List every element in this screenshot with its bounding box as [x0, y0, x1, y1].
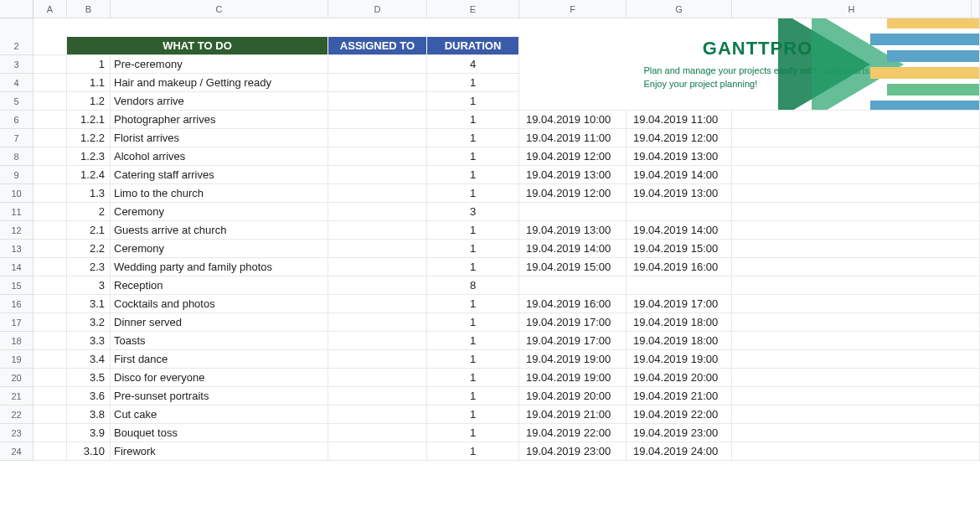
row-header-3[interactable]: 3 [0, 55, 34, 74]
duration[interactable]: 1 [427, 129, 519, 147]
duration[interactable]: 1 [427, 166, 519, 184]
assigned-to[interactable] [328, 332, 427, 350]
assigned-to[interactable] [328, 92, 427, 111]
row-header-13[interactable]: 13 [0, 240, 34, 258]
col-header-D[interactable]: D [328, 0, 427, 18]
duration[interactable]: 4 [427, 55, 519, 74]
start-date[interactable]: 19.04.2019 12:00 [519, 184, 627, 203]
cell-a8[interactable] [34, 147, 67, 166]
row-header-4[interactable]: 4 [0, 74, 34, 92]
task-number[interactable]: 2 [67, 203, 111, 221]
task-name[interactable]: Dinner served [111, 313, 328, 332]
assigned-to[interactable] [328, 442, 427, 461]
task-name[interactable]: Cut cake [111, 405, 328, 424]
duration[interactable]: 1 [427, 111, 519, 129]
assigned-to[interactable] [328, 276, 427, 295]
cell-a2[interactable] [34, 37, 67, 55]
end-date[interactable]: 19.04.2019 14:00 [627, 221, 732, 240]
end-date[interactable]: 19.04.2019 13:00 [627, 184, 732, 203]
row-header-15[interactable]: 15 [0, 276, 34, 295]
cell-a23[interactable] [34, 424, 67, 442]
assigned-to[interactable] [328, 166, 427, 184]
end-date[interactable]: 19.04.2019 19:00 [627, 350, 732, 369]
comments[interactable] [732, 387, 980, 405]
task-number[interactable]: 2.2 [67, 240, 111, 258]
assigned-to[interactable] [328, 350, 427, 369]
row-header-11[interactable]: 11 [0, 203, 34, 221]
comments[interactable] [732, 111, 980, 129]
start-date[interactable]: 19.04.2019 14:00 [519, 240, 627, 258]
cell-a15[interactable] [34, 276, 67, 295]
start-date[interactable]: 19.04.2019 19:00 [519, 350, 627, 369]
comments[interactable] [732, 442, 980, 461]
task-name[interactable]: Pre-sunset portraits [111, 387, 328, 405]
row-header-10[interactable]: 10 [0, 184, 34, 203]
cell-a13[interactable] [34, 240, 67, 258]
assigned-to[interactable] [328, 129, 427, 147]
col-header-E[interactable]: E [427, 0, 519, 18]
duration[interactable]: 3 [427, 203, 519, 221]
assigned-to[interactable] [328, 147, 427, 166]
start-date[interactable]: 19.04.2019 20:00 [519, 387, 627, 405]
comments[interactable] [732, 424, 980, 442]
assigned-to[interactable] [328, 405, 427, 424]
task-number[interactable]: 2.1 [67, 221, 111, 240]
cell-a17[interactable] [34, 313, 67, 332]
end-date[interactable]: 19.04.2019 17:00 [627, 295, 732, 313]
start-date[interactable]: 19.04.2019 12:00 [519, 147, 627, 166]
task-number[interactable]: 3.8 [67, 405, 111, 424]
row-header-8[interactable]: 8 [0, 147, 34, 166]
col-header-G[interactable]: G [627, 0, 732, 18]
task-name[interactable]: Reception [111, 276, 328, 295]
start-date[interactable]: 19.04.2019 17:00 [519, 332, 627, 350]
task-number[interactable]: 1.2.4 [67, 166, 111, 184]
task-number[interactable]: 1.2.2 [67, 129, 111, 147]
duration[interactable]: 1 [427, 442, 519, 461]
cell-a20[interactable] [34, 369, 67, 387]
task-number[interactable]: 1.2.1 [67, 111, 111, 129]
task-name[interactable]: Toasts [111, 332, 328, 350]
task-name[interactable]: Bouquet toss [111, 424, 328, 442]
cell-a7[interactable] [34, 129, 67, 147]
task-number[interactable]: 1.2 [67, 92, 111, 111]
comments[interactable] [732, 350, 980, 369]
task-name[interactable]: Pre-ceremony [111, 55, 328, 74]
task-number[interactable]: 3.5 [67, 369, 111, 387]
row-header-16[interactable]: 16 [0, 295, 34, 313]
end-date[interactable]: 19.04.2019 13:00 [627, 147, 732, 166]
end-date[interactable]: 19.04.2019 23:00 [627, 424, 732, 442]
task-name[interactable]: Cocktails and photos [111, 295, 328, 313]
duration[interactable]: 1 [427, 184, 519, 203]
task-name[interactable]: Catering staff arrives [111, 166, 328, 184]
comments[interactable] [732, 258, 980, 276]
task-name[interactable]: Vendors arrive [111, 92, 328, 111]
assigned-to[interactable] [328, 240, 427, 258]
cell-a4[interactable] [34, 74, 67, 92]
duration[interactable]: 1 [427, 405, 519, 424]
comments[interactable] [732, 184, 980, 203]
duration[interactable]: 1 [427, 350, 519, 369]
end-date[interactable] [627, 203, 732, 221]
duration[interactable]: 1 [427, 147, 519, 166]
end-date[interactable] [627, 276, 732, 295]
end-date[interactable]: 19.04.2019 20:00 [627, 369, 732, 387]
col-header-C[interactable]: C [111, 0, 328, 18]
duration[interactable]: 8 [427, 276, 519, 295]
spreadsheet-grid[interactable]: ABCDEFGH1WEDDING DAY TIMELINE TEMPLATEGA… [0, 0, 980, 461]
start-date[interactable]: 19.04.2019 13:00 [519, 221, 627, 240]
cell-a12[interactable] [34, 221, 67, 240]
task-number[interactable]: 3.3 [67, 332, 111, 350]
comments[interactable] [732, 240, 980, 258]
row-header-20[interactable]: 20 [0, 369, 34, 387]
end-date[interactable]: 19.04.2019 14:00 [627, 166, 732, 184]
row-header-14[interactable]: 14 [0, 258, 34, 276]
duration[interactable]: 1 [427, 313, 519, 332]
comments[interactable] [732, 313, 980, 332]
task-name[interactable]: Firework [111, 442, 328, 461]
row-header-21[interactable]: 21 [0, 387, 34, 405]
cell-a5[interactable] [34, 92, 67, 111]
comments[interactable] [732, 221, 980, 240]
task-name[interactable]: Ceremony [111, 240, 328, 258]
cell-a11[interactable] [34, 203, 67, 221]
row-header-17[interactable]: 17 [0, 313, 34, 332]
